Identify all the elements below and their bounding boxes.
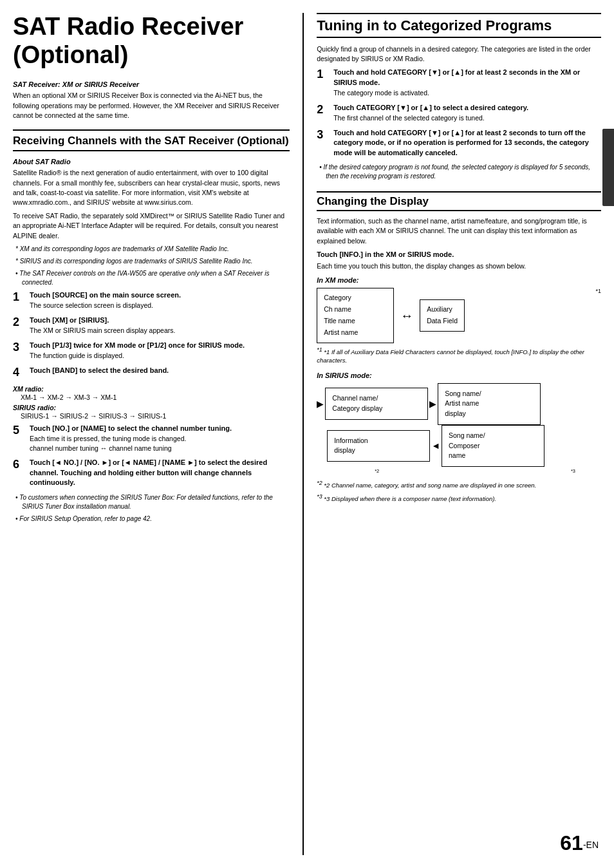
step-6: 6 Touch [◄ NO.] / [NO. ►] or [◄ NAME] / … xyxy=(13,458,290,487)
step-2-desc: The XM or SIRIUS main screen display app… xyxy=(30,326,290,335)
page-main-title: SAT Radio Receiver (Optional) xyxy=(13,13,290,69)
step-3-desc: The function guide is displayed. xyxy=(30,351,290,361)
subtitle-receiver: SAT Receiver: XM or SIRIUS Receiver xyxy=(13,80,290,88)
step-number-5: 5 xyxy=(13,424,27,438)
xm-radio-flow: XM-1 → XM-2 → XM-3 → XM-1 xyxy=(21,393,290,401)
tuning-step-2-desc: The first channel of the selected catego… xyxy=(333,113,601,123)
sirius-top-right: Song name/Artist namedisplay xyxy=(438,383,541,425)
about-text-1: Satellite Radio® is the next generation … xyxy=(13,168,290,207)
note-sirius-trademark: * SIRIUS and its corresponding logos are… xyxy=(13,257,290,266)
sirius-bottom-left: Informationdisplay xyxy=(327,430,430,462)
xm-footnote-text: *1 *1 If all of Auxiliary Data Field Cha… xyxy=(317,346,601,365)
step-number-1: 1 xyxy=(13,290,27,305)
tuning-step-number-1: 1 xyxy=(317,68,331,82)
page-tab xyxy=(602,129,614,206)
note-xm-trademark: * XM and its corresponding logos are tra… xyxy=(13,245,290,254)
step-number-6: 6 xyxy=(13,458,27,472)
step-3-label: Touch [P1/3] twice for XM mode or [P1/2]… xyxy=(30,341,290,350)
tuning-note: • If the desired category program is not… xyxy=(317,163,601,181)
step-5: 5 Touch [NO.] or [NAME] to select the ch… xyxy=(13,424,290,453)
step-5-label: Touch [NO.] or [NAME] to select the chan… xyxy=(30,424,290,433)
tuning-step-2: 2 Touch CATEGORY [▼] or [▲] to select a … xyxy=(317,103,601,123)
receiving-channels-section-title: Receiving Channels with the SAT Receiver… xyxy=(13,129,290,151)
sirius-footnote-3: *3 *3 Displayed when there is a composer… xyxy=(317,493,601,503)
page-number: 61-EN xyxy=(560,831,599,855)
step-6-label: Touch [◄ NO.] / [NO. ►] or [◄ NAME] / [N… xyxy=(30,458,290,487)
xm-diagram-right: AuxiliaryData Field xyxy=(420,299,465,332)
step-1: 1 Touch [SOURCE] on the main source scre… xyxy=(13,290,290,310)
step-2: 2 Touch [XM] or [SIRIUS]. The XM or SIRI… xyxy=(13,316,290,335)
xm-mode-label: In XM mode: xyxy=(317,276,601,284)
sirius-bottom-right: Song name/Composername xyxy=(442,425,544,467)
step-1-label: Touch [SOURCE] on the main source screen… xyxy=(30,290,290,300)
step-4: 4 Touch [BAND] to select the desired ban… xyxy=(13,366,290,380)
xm-footnote-ref: *1 xyxy=(595,288,601,294)
tuning-step-1-label: Touch and hold CATEGORY [▼] or [▲] for a… xyxy=(333,68,601,88)
sirius-radio-flow: SIRIUS-1 → SIRIUS-2 → SIRIUS-3 → SIRIUS-… xyxy=(21,412,290,420)
note-sat-controls: • The SAT Receiver controls on the IVA-W… xyxy=(13,269,290,287)
tuning-intro-text: Quickly find a group of channels in a de… xyxy=(317,44,601,64)
tuning-step-2-label: Touch CATEGORY [▼] or [▲] to select a de… xyxy=(333,103,601,113)
step-5-desc: Each time it is pressed, the tuning mode… xyxy=(30,434,290,453)
tuning-section-title: Tuning in to Categorized Programs xyxy=(317,13,601,38)
display-intro-text: Text information, such as the channel na… xyxy=(317,216,601,246)
xm-diagram-left: CategoryCh nameTitle nameArtist name xyxy=(317,288,394,343)
step-number-3: 3 xyxy=(13,341,27,355)
tuning-step-3-label: Touch and hold CATEGORY [▼] or [▲] for a… xyxy=(333,128,601,158)
step-number-4: 4 xyxy=(13,366,27,380)
xm-radio-label: XM radio: xyxy=(13,385,290,393)
step-number-2: 2 xyxy=(13,316,27,330)
sirius-footnote-2: *2 *2 Channel name, category, artist and… xyxy=(317,479,601,489)
sirius-ref2: *2 xyxy=(375,468,379,476)
xm-diagram-arrow: ↔ xyxy=(400,308,413,323)
about-sat-subtitle: About SAT Radio xyxy=(13,158,290,165)
touch-info-label: Touch [INFO.] in the XM or SIRIUS mode. xyxy=(317,250,601,259)
tuning-step-number-2: 2 xyxy=(317,103,331,117)
step-3: 3 Touch [P1/3] twice for XM mode or [P1/… xyxy=(13,341,290,361)
tuning-step-1-desc: The category mode is activated. xyxy=(333,88,601,98)
step-1-desc: The source selection screen is displayed… xyxy=(30,301,290,310)
sirius-mode-label: In SIRIUS mode: xyxy=(317,372,601,379)
changing-display-section-title: Changing the Display xyxy=(317,191,601,211)
tuning-step-1: 1 Touch and hold CATEGORY [▼] or [▲] for… xyxy=(317,68,601,97)
tuning-step-number-3: 3 xyxy=(317,128,331,142)
step-2-label: Touch [XM] or [SIRIUS]. xyxy=(30,316,290,325)
bullet-note-1: • To customers when connecting the SIRIU… xyxy=(13,493,290,511)
bullet-note-2: • For SIRIUS Setup Operation, refer to p… xyxy=(13,514,290,524)
sirius-diagram-wrapper: ▶ Channel name/Category display ▶ Song n… xyxy=(317,383,601,477)
sirius-radio-label: SIRIUS radio: xyxy=(13,404,290,411)
step-4-label: Touch [BAND] to select the desired band. xyxy=(30,366,290,375)
sirius-ref3: *3 xyxy=(571,468,575,476)
sirius-top-left: Channel name/Category display xyxy=(325,388,428,420)
receiver-intro-text: When an optional XM or SIRIUS Receiver B… xyxy=(13,91,290,120)
tuning-step-3: 3 Touch and hold CATEGORY [▼] or [▲] for… xyxy=(317,128,601,158)
touch-info-desc: Each time you touch this button, the dis… xyxy=(317,261,601,271)
about-text-2: To receive SAT Radio, the separately sol… xyxy=(13,211,290,241)
